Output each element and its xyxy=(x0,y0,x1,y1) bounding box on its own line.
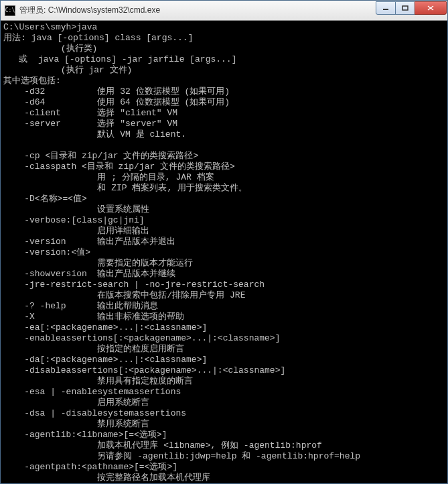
close-button[interactable] xyxy=(415,1,447,15)
output-line: (执行 jar 文件) xyxy=(3,65,132,75)
output-line: 按指定的粒度启用断言 xyxy=(3,344,184,354)
output-line: -classpath <目录和 zip/jar 文件的类搜索路径> xyxy=(3,162,235,172)
cmd-window: C:\ 管理员: C:\Windows\system32\cmd.exe C:\… xyxy=(0,0,448,484)
output-line: -dsa | -disablesystemassertions xyxy=(3,408,186,418)
output-line: -client 选择 "client" VM xyxy=(3,108,177,118)
output-line: 禁用具有指定粒度的断言 xyxy=(3,376,193,386)
output-line: -version 输出产品版本并退出 xyxy=(3,237,175,247)
minimize-button[interactable] xyxy=(376,1,396,15)
output-line: 或 java [-options] -jar jarfile [args...] xyxy=(3,54,236,64)
maximize-icon xyxy=(402,5,408,11)
titlebar[interactable]: C:\ 管理员: C:\Windows\system32\cmd.exe xyxy=(1,1,447,21)
output-line: 在版本搜索中包括/排除用户专用 JRE xyxy=(3,290,245,300)
output-line: -X 输出非标准选项的帮助 xyxy=(3,312,184,322)
svg-rect-1 xyxy=(402,6,408,10)
output-line: 禁用系统断言 xyxy=(3,419,149,429)
output-line: -esa | -enablesystemassertions xyxy=(3,387,181,397)
output-line: 启用系统断言 xyxy=(3,398,149,408)
output-line: 需要指定的版本才能运行 xyxy=(3,258,193,268)
output-line: -agentpath:<pathname>[=<选项>] xyxy=(3,462,177,472)
output-line: 加载本机代理库 <libname>, 例如 -agentlib:hprof xyxy=(3,440,322,450)
output-line: -version:<值> xyxy=(3,247,90,257)
output-line: -enableassertions[:<packagename>...|:<cl… xyxy=(3,333,280,343)
output-line: 用法: java [-options] class [args...] xyxy=(3,33,193,43)
output-line: -d32 使用 32 位数据模型 (如果可用) xyxy=(3,86,230,97)
close-icon xyxy=(427,5,434,11)
output-line: 另请参阅 -agentlib:jdwp=help 和 -agentlib:hpr… xyxy=(3,451,360,461)
output-line: -ea[:<packagename>...|:<classname>] xyxy=(3,322,207,332)
cmd-icon: C:\ xyxy=(5,5,15,16)
output-line: -da[:<packagename>...|:<classname>] xyxy=(3,355,207,365)
output-line: -verbose:[class|gc|jni] xyxy=(3,215,145,225)
output-line: -? -help 输出此帮助消息 xyxy=(3,301,158,311)
output-line: 和 ZIP 档案列表, 用于搜索类文件。 xyxy=(3,183,247,193)
output-line: -agentlib:<libname>[=<选项>] xyxy=(3,430,167,440)
output-line: (执行类) xyxy=(3,44,97,54)
window-controls xyxy=(376,1,447,15)
output-line: 按完整路径名加载本机代理库 xyxy=(3,473,210,483)
output-line: -cp <目录和 zip/jar 文件的类搜索路径> xyxy=(3,151,198,161)
output-line: 用 ; 分隔的目录, JAR 档案 xyxy=(3,172,214,182)
output-line: 启用详细输出 xyxy=(3,226,149,236)
output-line: -D<名称>=<值> xyxy=(3,194,87,204)
maximize-button[interactable] xyxy=(395,1,415,15)
output-line: 其中选项包括: xyxy=(3,76,61,86)
output-line: -server 选择 "server" VM xyxy=(3,119,177,129)
minimize-icon xyxy=(382,5,389,11)
prompt-line: C:\Users\smyh>java xyxy=(3,22,97,32)
output-line: -disableassertions[:<packagename>...|:<c… xyxy=(3,365,285,375)
output-line: 默认 VM 是 client. xyxy=(3,129,186,139)
output-line: 设置系统属性 xyxy=(3,204,149,215)
output-line: -jre-restrict-search | -no-jre-restrict-… xyxy=(3,280,265,290)
terminal-output[interactable]: C:\Users\smyh>java 用法: java [-options] c… xyxy=(1,21,447,483)
output-line: -showversion 输出产品版本并继续 xyxy=(3,269,175,279)
output-line: -d64 使用 64 位数据模型 (如果可用) xyxy=(3,97,230,107)
